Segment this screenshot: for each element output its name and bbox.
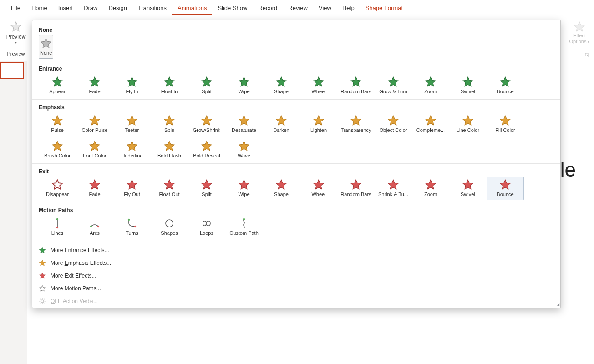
animation-exit-swivel[interactable]: Swivel: [449, 177, 487, 200]
animation-entrance-grow-turn[interactable]: Grow & Turn: [375, 74, 412, 97]
animation-emphasis-color-pulse[interactable]: Color Pulse: [76, 112, 113, 136]
animation-entrance-shape[interactable]: Shape: [263, 74, 300, 97]
dialog-launcher-icon[interactable]: [585, 53, 589, 57]
animation-emphasis-bold-flash[interactable]: Bold Flash: [151, 138, 188, 162]
animation-emphasis-pulse[interactable]: Pulse: [39, 112, 76, 136]
more-exit-effects[interactable]: More Exit Effects...: [32, 269, 560, 282]
animation-entrance-wipe[interactable]: Wipe: [225, 74, 263, 97]
animation-label: Grow & Turn: [379, 89, 407, 94]
star-icon: [275, 179, 287, 191]
section-title-exit: Exit: [39, 167, 554, 177]
tab-record[interactable]: Record: [253, 1, 283, 15]
svg-marker-61: [39, 285, 45, 291]
star-icon: [163, 179, 175, 191]
animation-entrance-random-bars[interactable]: Random Bars: [337, 74, 375, 97]
animation-emphasis-desaturate[interactable]: Desaturate: [225, 112, 263, 136]
star-icon: [425, 76, 437, 88]
animation-exit-fly-out[interactable]: Fly Out: [113, 177, 151, 200]
animation-motion-loops[interactable]: Loops: [188, 215, 225, 239]
animation-exit-split[interactable]: Split: [188, 177, 225, 200]
animation-exit-wheel[interactable]: Wheel: [300, 177, 337, 200]
animation-emphasis-font-color[interactable]: Font Color: [76, 138, 113, 162]
menu-label: More Motion Paths...: [51, 285, 101, 292]
animation-emphasis-spin[interactable]: Spin: [151, 112, 188, 136]
animation-emphasis-lighten[interactable]: Lighten: [300, 112, 337, 136]
animation-entrance-appear[interactable]: Appear: [39, 74, 76, 97]
slide-thumbnail-1[interactable]: [0, 62, 24, 79]
svg-marker-33: [164, 141, 174, 151]
animation-none-none[interactable]: None: [39, 35, 53, 59]
more-entrance-effects[interactable]: More Entrance Effects...: [32, 244, 560, 257]
tab-help[interactable]: Help: [337, 1, 360, 15]
animation-gallery: None None Entrance AppearFadeFly InFloat…: [32, 20, 561, 308]
animation-entrance-bounce[interactable]: Bounce: [487, 74, 524, 97]
animation-emphasis-bold-reveal[interactable]: Bold Reveal: [188, 138, 225, 162]
tab-view[interactable]: View: [313, 1, 337, 15]
more-emphasis-effects[interactable]: More Emphasis Effects...: [32, 257, 560, 269]
animation-emphasis-grow-shrink[interactable]: Grow/Shrink: [188, 112, 225, 136]
divider: [32, 202, 560, 202]
star-icon: [462, 179, 474, 191]
star-icon: [201, 179, 213, 191]
more-motion-paths[interactable]: More Motion Paths...: [32, 282, 560, 295]
star-icon: [238, 140, 250, 152]
animation-exit-wipe[interactable]: Wipe: [225, 177, 263, 200]
animation-exit-bounce[interactable]: Bounce: [487, 177, 524, 200]
tab-draw[interactable]: Draw: [78, 1, 103, 15]
animation-entrance-float-in[interactable]: Float In: [151, 74, 188, 97]
tab-home[interactable]: Home: [26, 1, 53, 15]
preview-section-label: Preview: [7, 51, 25, 56]
animation-exit-shrink-tu-[interactable]: Shrink & Tu...: [375, 177, 412, 200]
animation-emphasis-fill-color[interactable]: Fill Color: [487, 112, 524, 136]
animation-exit-disappear[interactable]: Disappear: [39, 177, 76, 200]
animation-emphasis-compleme-[interactable]: Compleme...: [412, 112, 449, 136]
animation-entrance-fade[interactable]: Fade: [76, 74, 113, 97]
animation-motion-lines[interactable]: Lines: [39, 215, 76, 239]
animation-exit-zoom[interactable]: Zoom: [412, 177, 449, 200]
animation-emphasis-object-color[interactable]: Object Color: [375, 112, 412, 136]
tab-slide-show[interactable]: Slide Show: [212, 1, 253, 15]
resize-grip-icon[interactable]: ◢: [557, 303, 559, 307]
tab-design[interactable]: Design: [103, 1, 132, 15]
animation-entrance-zoom[interactable]: Zoom: [412, 74, 449, 97]
tab-review[interactable]: Review: [283, 1, 313, 15]
animation-entrance-split[interactable]: Split: [188, 74, 225, 97]
animation-entrance-fly-in[interactable]: Fly In: [113, 74, 151, 97]
grid-none: None: [39, 35, 554, 59]
slide-thumbnail-panel: [0, 61, 27, 364]
animation-emphasis-darken[interactable]: Darken: [263, 112, 300, 136]
section-title-emphasis: Emphasis: [39, 102, 554, 112]
animation-exit-float-out[interactable]: Float Out: [151, 177, 188, 200]
chevron-down-icon: ▾: [588, 40, 589, 44]
animation-motion-turns[interactable]: Turns: [113, 215, 151, 239]
divider: [32, 99, 560, 100]
animation-label: Shape: [274, 192, 289, 197]
star-icon: [350, 76, 362, 88]
tab-transitions[interactable]: Transitions: [132, 1, 172, 15]
animation-emphasis-brush-color[interactable]: Brush Color: [39, 138, 76, 162]
tab-animations[interactable]: Animations: [172, 1, 212, 15]
animation-emphasis-transparency[interactable]: Transparency: [337, 112, 375, 136]
animation-emphasis-line-color[interactable]: Line Color: [449, 112, 487, 136]
svg-marker-19: [127, 116, 137, 125]
preview-button[interactable]: Preview ▾: [6, 21, 26, 45]
tab-shape-format[interactable]: Shape Format: [360, 1, 408, 15]
animation-label: Lighten: [310, 127, 327, 133]
animation-emphasis-teeter[interactable]: Teeter: [113, 112, 151, 136]
animation-motion-shapes[interactable]: Shapes: [151, 215, 188, 239]
star-icon: [499, 115, 511, 126]
tab-insert[interactable]: Insert: [53, 1, 79, 15]
animation-entrance-wheel[interactable]: Wheel: [300, 74, 337, 97]
animation-motion-arcs[interactable]: Arcs: [76, 215, 113, 239]
animation-motion-custom-path[interactable]: Custom Path: [225, 215, 263, 239]
animation-emphasis-underline[interactable]: Underline: [113, 138, 151, 162]
svg-marker-60: [39, 273, 45, 278]
animation-emphasis-wave[interactable]: Wave: [225, 138, 263, 162]
animation-exit-fade[interactable]: Fade: [76, 177, 113, 200]
animation-exit-shape[interactable]: Shape: [263, 177, 300, 200]
animation-label: None: [40, 50, 52, 56]
tab-file[interactable]: File: [5, 1, 26, 15]
animation-entrance-swivel[interactable]: Swivel: [449, 74, 487, 97]
animation-exit-random-bars[interactable]: Random Bars: [337, 177, 375, 200]
animation-label: Swivel: [461, 192, 475, 197]
